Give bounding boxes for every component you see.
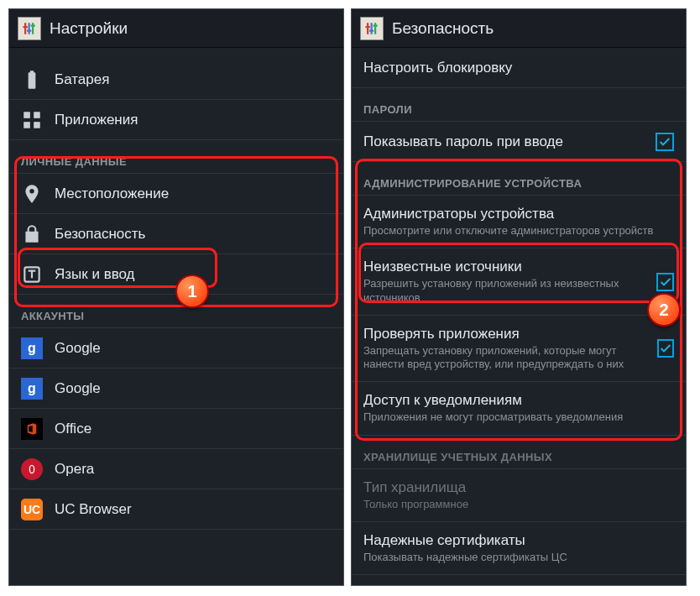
row-location[interactable]: Местоположение xyxy=(9,174,343,214)
row-battery[interactable]: Батарея xyxy=(9,60,343,100)
checkbox-verify-apps[interactable] xyxy=(657,339,674,358)
checkbox-show-password[interactable] xyxy=(656,133,674,151)
row-subtitle: Только программное xyxy=(363,498,674,511)
row-device-admins[interactable]: Администраторы устройства Просмотрите ил… xyxy=(352,196,686,248)
checkbox-unknown-sources[interactable] xyxy=(656,273,674,291)
row-opera[interactable]: Opera xyxy=(9,449,343,489)
appbar-right: Безопасность xyxy=(352,9,686,48)
page-title: Настройки xyxy=(50,19,128,38)
svg-rect-9 xyxy=(34,122,40,128)
row-subtitle: Приложения не могут просматривать уведом… xyxy=(363,410,674,424)
row-trusted-certs[interactable]: Надежные сертификаты Показывать надежные… xyxy=(352,522,686,575)
row-title: Надежные сертификаты xyxy=(363,532,674,549)
section-header-credentials: ХРАНИЛИЩЕ УЧЕТНЫХ ДАННЫХ xyxy=(352,436,686,469)
row-google-1[interactable]: g Google xyxy=(9,328,343,369)
row-label: Opera xyxy=(55,461,94,478)
svg-rect-6 xyxy=(24,112,30,118)
row-configure-lock[interactable]: Настроить блокировку xyxy=(352,48,686,88)
row-verify-apps[interactable]: Проверять приложения Запрещать установку… xyxy=(352,316,686,383)
row-label: Google xyxy=(55,380,101,397)
svg-rect-2 xyxy=(32,23,34,34)
settings-app-icon xyxy=(18,17,41,40)
uc-icon: UC xyxy=(21,499,43,520)
row-storage-type: Тип хранилища Только программное xyxy=(352,469,686,522)
page-title: Безопасность xyxy=(392,19,494,38)
row-language[interactable]: Язык и ввод xyxy=(9,254,343,295)
battery-icon xyxy=(21,69,43,91)
section-header-personal: ЛИЧНЫЕ ДАННЫЕ xyxy=(9,140,343,174)
svg-rect-18 xyxy=(374,24,378,26)
language-icon xyxy=(21,264,43,285)
lock-icon xyxy=(21,223,43,245)
row-label: Язык и ввод xyxy=(55,266,135,283)
row-subtitle: Разрешить установку приложений из неизве… xyxy=(363,277,656,305)
svg-rect-16 xyxy=(366,26,370,28)
svg-rect-15 xyxy=(374,23,376,34)
row-title: Тип хранилища xyxy=(363,479,674,496)
svg-rect-5 xyxy=(31,24,35,26)
row-show-password[interactable]: Показывать пароль при вводе xyxy=(352,122,686,162)
row-subtitle: Запрещать установку приложений, которые … xyxy=(363,344,657,372)
security-screen: Безопасность Настроить блокировку ПАРОЛИ… xyxy=(351,8,687,586)
svg-rect-0 xyxy=(24,23,26,34)
location-icon xyxy=(21,183,43,205)
section-header-accounts: АККАУНТЫ xyxy=(9,295,343,328)
row-subtitle: Просмотрите или отключите администраторо… xyxy=(363,224,674,238)
section-header-passwords: ПАРОЛИ xyxy=(352,88,686,122)
row-office[interactable]: Office xyxy=(9,409,343,449)
settings-screen: Настройки Батарея Приложения ЛИЧНЫЕ ДАНН… xyxy=(8,8,344,586)
opera-icon xyxy=(21,458,43,480)
section-header-admin: АДМИНИСТРИРОВАНИЕ УСТРОЙСТВА xyxy=(352,162,686,196)
google-icon: g xyxy=(21,337,43,359)
settings-app-icon xyxy=(360,17,384,40)
apps-icon xyxy=(21,109,43,131)
row-label: Настроить блокировку xyxy=(363,60,512,76)
row-subtitle: Показывать надежные сертификаты ЦС xyxy=(363,551,674,564)
svg-rect-1 xyxy=(29,23,30,34)
row-label: UC Browser xyxy=(55,501,132,518)
svg-point-12 xyxy=(30,466,34,473)
svg-rect-4 xyxy=(27,29,31,31)
row-google-2[interactable]: g Google xyxy=(9,369,343,409)
row-unknown-sources[interactable]: Неизвестные источники Разрешить установк… xyxy=(352,248,686,316)
row-security[interactable]: Безопасность xyxy=(9,214,343,254)
svg-rect-8 xyxy=(24,122,30,128)
row-title: Неизвестные источники xyxy=(363,259,656,275)
row-title: Доступ к уведомлениям xyxy=(363,392,674,409)
row-apps[interactable]: Приложения xyxy=(9,100,343,140)
row-notification-access[interactable]: Доступ к уведомлениям Приложения не могу… xyxy=(352,382,686,435)
settings-body: Батарея Приложения ЛИЧНЫЕ ДАННЫЕ Местопо… xyxy=(9,48,343,530)
row-label: Безопасность xyxy=(55,226,145,243)
svg-rect-13 xyxy=(367,23,368,34)
security-body: Настроить блокировку ПАРОЛИ Показывать п… xyxy=(352,48,686,575)
svg-rect-3 xyxy=(24,26,28,28)
svg-rect-17 xyxy=(369,29,374,31)
row-label: Показывать пароль при вводе xyxy=(363,133,656,150)
row-title: Администраторы устройства xyxy=(363,206,674,222)
row-label: Google xyxy=(55,340,101,357)
office-icon xyxy=(21,418,43,440)
appbar-left: Настройки xyxy=(9,9,343,48)
row-title: Проверять приложения xyxy=(363,326,657,342)
row-label: Батарея xyxy=(55,71,109,88)
row-label: Местоположение xyxy=(55,186,169,202)
row-label: Office xyxy=(55,421,91,437)
row-label: Приложения xyxy=(55,112,138,128)
row-ucbrowser[interactable]: UC UC Browser xyxy=(9,489,343,530)
svg-rect-14 xyxy=(371,23,373,34)
svg-rect-7 xyxy=(34,112,40,118)
google-icon: g xyxy=(21,378,43,400)
